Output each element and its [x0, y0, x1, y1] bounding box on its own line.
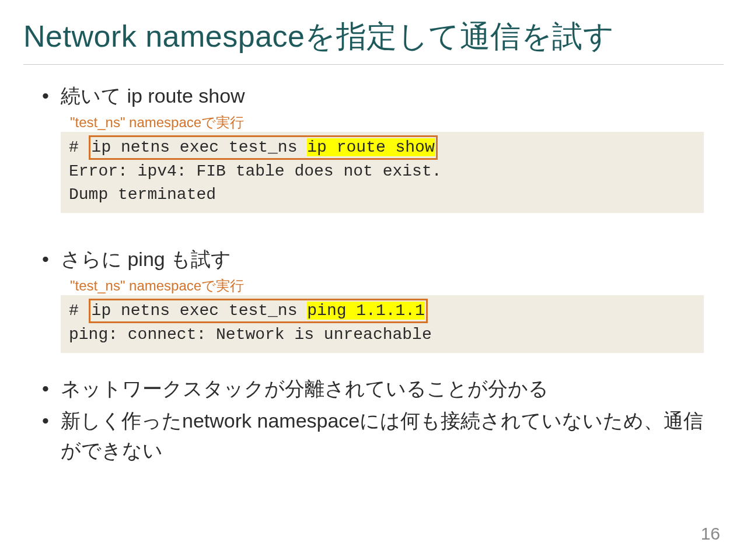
slide-content: 続いて ip route show "test_ns" namespaceで実行… [0, 81, 747, 466]
slide-title: Network namespaceを指定して通信を試す [0, 0, 747, 64]
annotation-2: "test_ns" namespaceで実行 [70, 276, 704, 295]
code2-output-line1: ping: connect: Network is unreachable [69, 323, 696, 346]
page-number: 16 [701, 524, 720, 544]
bullet-2: さらに ping も試す [37, 244, 704, 274]
code1-boxed-text: ip netns exec test_ns [92, 138, 308, 156]
code1-boxed-command: ip netns exec test_ns ip route show [89, 135, 438, 160]
bullet-4: 新しく作ったnetwork namespaceには何も接続されていないため、通信… [37, 406, 704, 466]
code1-prompt: # [69, 138, 89, 156]
code1-command-line: # ip netns exec test_ns ip route show [69, 135, 696, 160]
bullet-3: ネットワークスタックが分離されていることが分かる [37, 374, 704, 404]
annotation-1: "test_ns" namespaceで実行 [70, 113, 704, 132]
bullet-1: 続いて ip route show [37, 81, 704, 111]
title-divider [23, 64, 724, 65]
code1-highlight: ip route show [307, 138, 434, 156]
code2-highlight: ping 1.1.1.1 [307, 302, 425, 320]
code2-boxed-text: ip netns exec test_ns [92, 302, 308, 320]
code2-command-line: # ip netns exec test_ns ping 1.1.1.1 [69, 299, 696, 323]
code-block-2: # ip netns exec test_ns ping 1.1.1.1 pin… [61, 295, 704, 354]
code1-output-line2: Dump terminated [69, 183, 696, 206]
code2-boxed-command: ip netns exec test_ns ping 1.1.1.1 [89, 299, 428, 323]
code1-output-line1: Error: ipv4: FIB table does not exist. [69, 160, 696, 183]
code2-prompt: # [69, 302, 89, 320]
code-block-1: # ip netns exec test_ns ip route show Er… [61, 132, 704, 213]
